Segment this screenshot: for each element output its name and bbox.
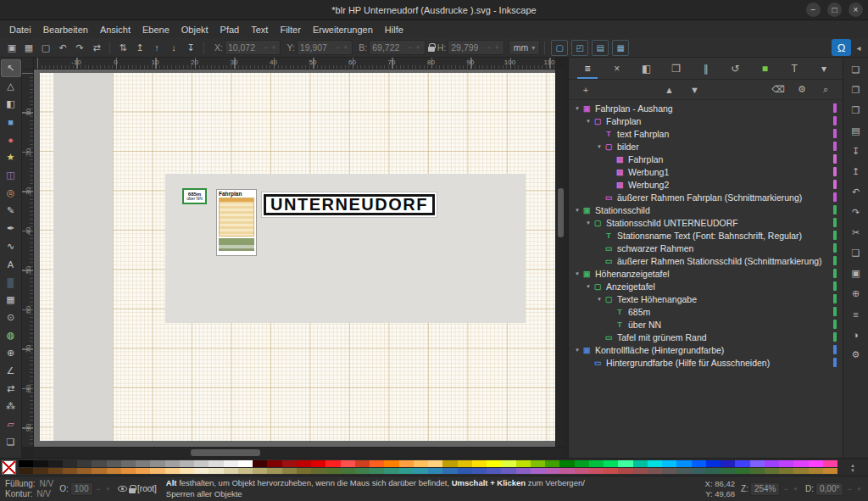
- color-swatch[interactable]: [355, 460, 370, 467]
- object-label[interactable]: Werbung2: [628, 180, 669, 190]
- paste-icon[interactable]: ▣: [847, 264, 865, 282]
- spin-minus-icon[interactable]: −: [783, 485, 787, 493]
- color-swatch[interactable]: [224, 468, 238, 475]
- color-swatch[interactable]: [575, 460, 589, 467]
- add-object-button[interactable]: +: [579, 85, 593, 95]
- vertical-scrollbar-thumb[interactable]: [558, 188, 564, 237]
- color-swatch[interactable]: [809, 460, 823, 467]
- tab-menu[interactable]: ▾: [814, 58, 834, 79]
- color-swatch[interactable]: [121, 460, 136, 467]
- color-swatch[interactable]: [604, 460, 618, 467]
- menu-datei[interactable]: Datei: [3, 23, 37, 36]
- move-patterns-toggle[interactable]: ▦: [612, 40, 629, 56]
- spin-plus-icon[interactable]: +: [416, 43, 420, 52]
- raise-to-top-icon[interactable]: ↥: [131, 40, 148, 56]
- move-object-up-button[interactable]: ▲: [663, 85, 676, 95]
- undo-icon[interactable]: ↶: [847, 183, 865, 201]
- highlight-color-strip[interactable]: [833, 358, 837, 367]
- zoom-control[interactable]: Z: 254% − +: [741, 482, 799, 496]
- save-document-icon[interactable]: ❒: [847, 102, 865, 120]
- redo-icon[interactable]: ↷: [847, 203, 865, 221]
- spin-minus-icon[interactable]: −: [336, 43, 340, 52]
- object-row[interactable]: ▤Werbung2: [569, 178, 843, 191]
- color-swatch[interactable]: [136, 460, 150, 467]
- hoehenanzeigetafel-object[interactable]: 685m über NN: [182, 188, 207, 204]
- fill-stroke-dialog-icon[interactable]: ◑: [847, 326, 865, 343]
- close-button[interactable]: ×: [849, 3, 863, 17]
- highlight-color-strip[interactable]: [833, 332, 837, 342]
- highlight-color-strip[interactable]: [833, 269, 837, 278]
- search-icon[interactable]: ⌕: [819, 84, 832, 95]
- minimize-button[interactable]: −: [806, 3, 821, 17]
- tab-fill-stroke[interactable]: ◧: [637, 58, 657, 79]
- color-swatch[interactable]: [765, 460, 779, 467]
- object-label[interactable]: Hintergrundfarbe (Hilfe für Ausschneiden…: [606, 358, 770, 368]
- expander-open-icon[interactable]: ▾: [573, 347, 581, 353]
- color-swatch[interactable]: [706, 468, 721, 475]
- color-swatch[interactable]: [19, 460, 33, 467]
- color-swatch[interactable]: [589, 460, 604, 467]
- color-swatch[interactable]: [414, 460, 428, 467]
- highlight-color-strip[interactable]: [833, 307, 837, 316]
- open-document-icon[interactable]: ❐: [847, 81, 865, 99]
- flip-horizontal-icon[interactable]: ⇄: [88, 40, 105, 56]
- spin-minus-icon[interactable]: −: [487, 43, 491, 52]
- color-swatch[interactable]: [399, 468, 414, 475]
- color-swatch[interactable]: [63, 460, 77, 467]
- color-swatch[interactable]: [194, 460, 209, 467]
- color-swatch[interactable]: [370, 460, 384, 467]
- horizontal-scrollbar[interactable]: [34, 447, 565, 458]
- highlight-color-strip[interactable]: [833, 116, 837, 125]
- color-swatch[interactable]: [676, 468, 691, 475]
- object-label[interactable]: 685m: [628, 307, 650, 317]
- preferences-icon[interactable]: ⚙: [847, 346, 865, 364]
- fahrplan-poster-object[interactable]: Fahrplan: [216, 189, 257, 256]
- menu-ebene[interactable]: Ebene: [136, 23, 175, 36]
- color-swatch[interactable]: [618, 468, 632, 475]
- expander-open-icon[interactable]: ▾: [573, 270, 581, 277]
- highlight-color-strip[interactable]: [833, 167, 837, 176]
- xml-editor-icon[interactable]: ≡: [847, 305, 865, 323]
- color-swatch[interactable]: [721, 460, 735, 467]
- color-swatch[interactable]: [92, 468, 106, 475]
- color-swatch[interactable]: [180, 460, 194, 467]
- rectangle-tool[interactable]: ■: [1, 113, 21, 131]
- object-label[interactable]: Stationsname Text (Font: Bahnschrift, Re…: [617, 231, 802, 241]
- import-icon[interactable]: ↧: [847, 142, 865, 160]
- color-swatch[interactable]: [501, 468, 515, 475]
- stationsschild-object[interactable]: UNTERNEUDORF: [261, 192, 437, 218]
- vertical-scrollbar[interactable]: [555, 70, 565, 447]
- color-swatch[interactable]: [472, 460, 487, 467]
- color-swatch[interactable]: [721, 468, 735, 475]
- expander-open-icon[interactable]: ▾: [584, 220, 593, 226]
- scale-stroke-toggle[interactable]: ▢: [551, 40, 568, 56]
- menu-ansicht[interactable]: Ansicht: [94, 23, 136, 36]
- color-swatch[interactable]: [793, 468, 808, 475]
- object-row[interactable]: ▾▢Anzeigetafel: [569, 280, 843, 292]
- highlight-color-strip[interactable]: [833, 218, 837, 227]
- horizontal-scrollbar-thumb[interactable]: [191, 449, 260, 456]
- rotate-cw-icon[interactable]: ↷: [71, 40, 88, 56]
- spin-minus-icon[interactable]: −: [408, 43, 412, 52]
- object-label[interactable]: über NN: [628, 320, 661, 330]
- color-swatch[interactable]: [692, 460, 706, 467]
- highlight-color-strip[interactable]: [833, 142, 837, 151]
- color-swatch[interactable]: [823, 468, 837, 475]
- color-swatch[interactable]: [633, 460, 648, 467]
- color-swatch[interactable]: [487, 468, 501, 475]
- measure-tool[interactable]: ∠: [1, 362, 21, 380]
- color-swatch[interactable]: [180, 468, 194, 475]
- tab-history[interactable]: ↺: [725, 58, 745, 79]
- color-swatch[interactable]: [267, 460, 281, 467]
- move-gradients-toggle[interactable]: ▤: [592, 40, 609, 56]
- current-layer-name[interactable]: [root]: [137, 484, 157, 493]
- palette-scroll-down-icon[interactable]: ▼: [850, 468, 855, 473]
- no-color-swatch[interactable]: [2, 460, 16, 475]
- object-row[interactable]: ▭schwarzer Rahmen: [569, 242, 843, 254]
- color-swatch[interactable]: [399, 460, 414, 467]
- object-label[interactable]: Tafel mit grünem Rand: [617, 332, 707, 342]
- svg-page[interactable]: 685m über NN Fahrplan UNTERNEUDORF: [40, 73, 555, 441]
- print-icon[interactable]: ▤: [847, 122, 865, 140]
- layer-lock-icon[interactable]: [129, 488, 136, 493]
- object-label[interactable]: Kontrollfläche (Hintergrundfarbe): [595, 345, 724, 355]
